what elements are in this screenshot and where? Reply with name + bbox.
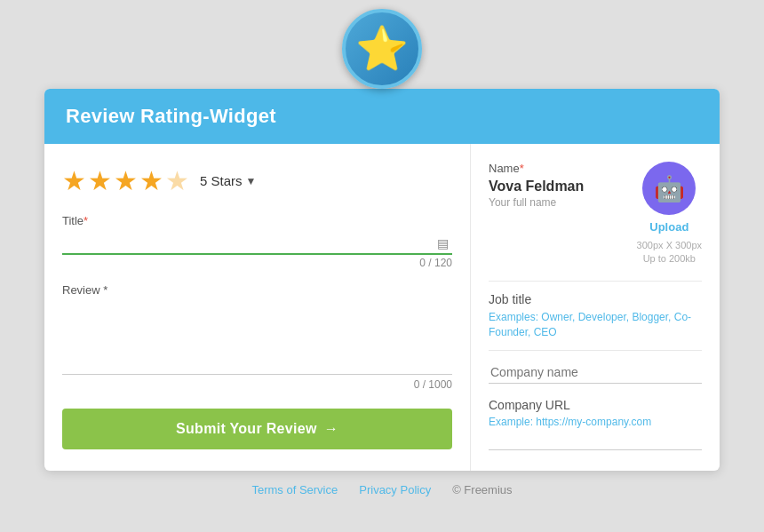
upload-button[interactable]: Upload	[649, 220, 688, 234]
widget-body: ★ ★ ★ ★ ★ 5 Stars ▼ Title* ▤	[44, 144, 720, 471]
review-label: Review *	[62, 283, 452, 297]
title-required: *	[84, 214, 88, 227]
widget-logo: ⭐	[342, 9, 422, 89]
avatar: 🤖	[642, 162, 696, 215]
name-info: Name* Vova Feldman Your full name	[489, 162, 628, 209]
company-name-input[interactable]	[489, 361, 702, 384]
name-label: Name*	[489, 162, 628, 175]
job-title-label: Job title	[489, 292, 702, 306]
name-value: Vova Feldman	[489, 179, 628, 195]
terms-link[interactable]: Terms of Service	[251, 483, 338, 496]
star-1[interactable]: ★	[62, 165, 86, 196]
name-row: Name* Vova Feldman Your full name 🤖 Uplo…	[489, 162, 702, 266]
submit-label: Submit Your Review	[176, 421, 317, 437]
review-required: *	[100, 283, 108, 297]
star-3[interactable]: ★	[114, 165, 138, 196]
star-4[interactable]: ★	[139, 165, 163, 196]
chevron-down-icon: ▼	[246, 175, 257, 187]
job-title-hint: Examples: Owner, Developer, Blogger, Co-…	[489, 310, 702, 340]
review-field-section: Review * 0 / 1000	[62, 283, 452, 391]
text-format-icon: ▤	[437, 236, 449, 250]
stars-label: 5 Stars	[200, 173, 243, 188]
copyright-text: © Freemius	[452, 483, 512, 496]
star-2[interactable]: ★	[88, 165, 112, 196]
divider-2	[489, 350, 702, 351]
title-label: Title*	[62, 214, 452, 227]
left-panel: ★ ★ ★ ★ ★ 5 Stars ▼ Title* ▤	[44, 144, 471, 471]
arrow-icon: →	[324, 421, 338, 437]
widget-container: Review Rating-Widget ★ ★ ★ ★ ★ 5 Stars ▼	[44, 89, 720, 471]
company-url-section: Company URL Example: https://my-company.…	[489, 398, 702, 450]
right-panel: Name* Vova Feldman Your full name 🤖 Uplo…	[471, 144, 720, 471]
avatar-emoji: 🤖	[654, 174, 685, 203]
title-char-count: 0 / 120	[62, 257, 452, 269]
widget-title: Review Rating-Widget	[66, 105, 276, 127]
name-hint: Your full name	[489, 196, 628, 209]
name-required: *	[520, 162, 524, 175]
footer: Terms of Service Privacy Policy © Freemi…	[251, 483, 512, 496]
star-icon: ⭐	[355, 28, 409, 70]
divider-1	[489, 281, 702, 282]
stars-display[interactable]: ★ ★ ★ ★ ★	[62, 165, 189, 196]
widget-header: Review Rating-Widget	[44, 89, 720, 144]
name-section: Name* Vova Feldman Your full name 🤖 Uplo…	[489, 162, 702, 266]
privacy-link[interactable]: Privacy Policy	[359, 483, 431, 496]
company-name-section	[489, 361, 702, 398]
rating-row: ★ ★ ★ ★ ★ 5 Stars ▼	[62, 165, 452, 196]
job-title-section: Job title Examples: Owner, Developer, Bl…	[489, 292, 702, 340]
review-char-count: 0 / 1000	[62, 378, 452, 391]
review-textarea[interactable]	[62, 304, 452, 375]
company-url-input[interactable]	[489, 428, 702, 450]
title-field-section: Title* ▤ 0 / 120	[62, 214, 452, 269]
company-url-label: Company URL	[489, 398, 702, 412]
title-input-wrapper: ▤	[62, 231, 452, 255]
title-input[interactable]	[62, 231, 452, 255]
star-5[interactable]: ★	[165, 165, 189, 196]
upload-hint: 300px X 300px Up to 200kb	[637, 239, 702, 266]
submit-button[interactable]: Submit Your Review →	[62, 409, 452, 449]
stars-dropdown[interactable]: 5 Stars ▼	[200, 173, 256, 188]
avatar-section: 🤖 Upload 300px X 300px Up to 200kb	[637, 162, 702, 266]
company-url-hint: Example: https://my-company.com	[489, 416, 702, 428]
